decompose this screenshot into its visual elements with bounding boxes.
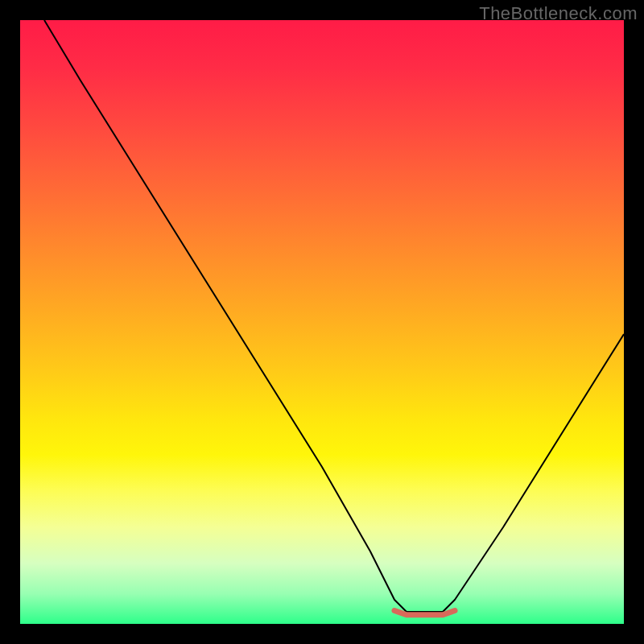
plot-area [20,20,624,624]
chart-container: TheBottleneck.com [0,0,644,644]
bottleneck-curve [44,20,624,612]
chart-svg [20,20,624,624]
watermark-text: TheBottleneck.com [479,3,638,24]
